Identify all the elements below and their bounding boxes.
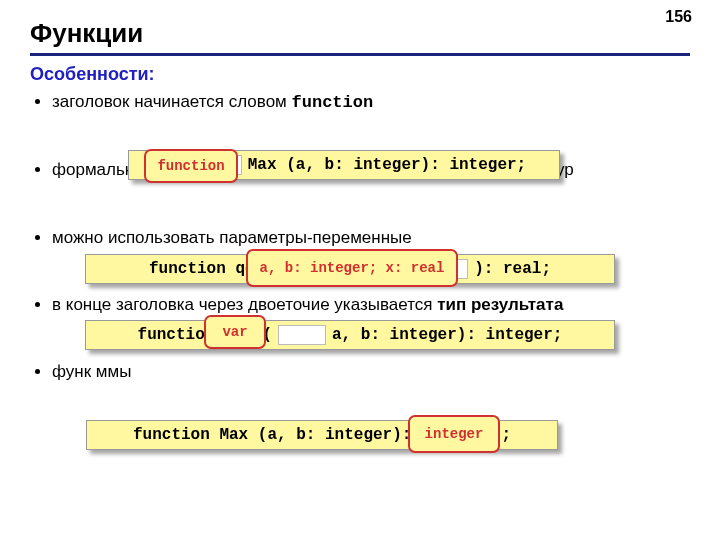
bullet-text: функ ммы	[52, 362, 131, 381]
highlight-gap	[278, 325, 326, 345]
code-text: a, b: integer): integer;	[332, 326, 562, 344]
bullet-text: в конце заголовка через двоеточие указыв…	[52, 295, 437, 314]
code-text: ;	[501, 426, 511, 444]
code-text: Max (a, b: integer): integer;	[248, 156, 526, 174]
list-item: можно использовать параметры-переменные	[52, 227, 690, 248]
subheading: Особенности:	[30, 64, 690, 85]
highlight-box: integer	[408, 415, 500, 453]
bullet-text: можно использовать параметры-переменные	[52, 228, 412, 247]
code-text: ): real;	[474, 260, 551, 278]
list-item: в конце заголовка через двоеточие указыв…	[52, 294, 690, 315]
highlight-box: a, b: integer; x: real	[246, 249, 458, 287]
list-item: заголовок начинается словом function	[52, 91, 690, 113]
page-title: Функции	[30, 18, 690, 56]
highlight-box: function	[144, 149, 238, 183]
code-strip: function Max ( a, b: integer): integer;	[85, 320, 615, 350]
bullet-mono: function	[292, 93, 374, 112]
code-text: function Max (a, b: integer):	[133, 426, 411, 444]
page-number: 156	[665, 8, 692, 26]
bullet-bold: тип результата	[437, 295, 563, 314]
slide: 156 Функции Особенности: заголовок начин…	[0, 0, 720, 540]
highlight-box: var	[204, 315, 266, 349]
bullet-text: заголовок начинается словом	[52, 92, 292, 111]
list-item: функ ммы	[52, 361, 690, 382]
